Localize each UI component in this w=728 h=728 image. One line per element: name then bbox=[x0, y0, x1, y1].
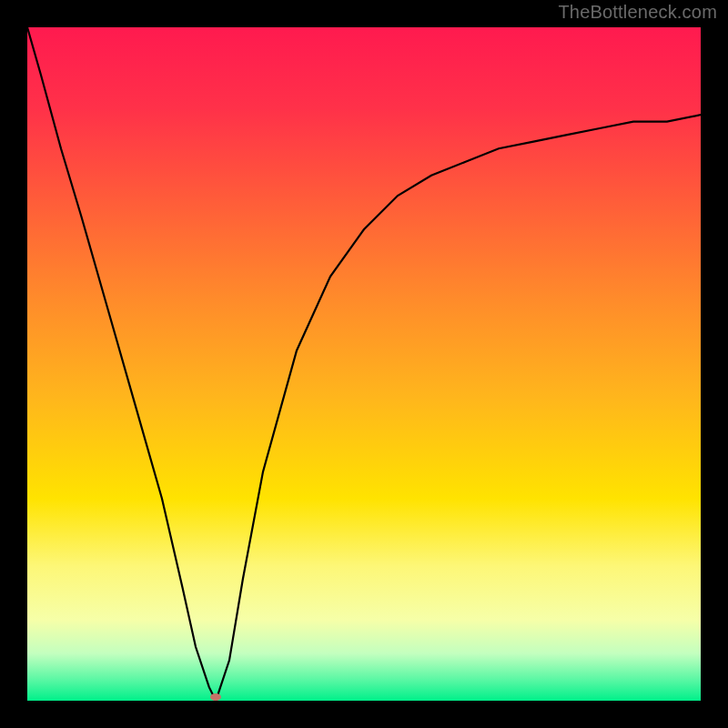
bottleneck-curve bbox=[27, 27, 701, 701]
plot-area bbox=[27, 27, 701, 701]
minimum-marker bbox=[210, 693, 221, 701]
curve-path bbox=[27, 27, 701, 701]
watermark-text: TheBottleneck.com bbox=[558, 2, 717, 23]
chart-container: TheBottleneck.com bbox=[0, 0, 728, 728]
